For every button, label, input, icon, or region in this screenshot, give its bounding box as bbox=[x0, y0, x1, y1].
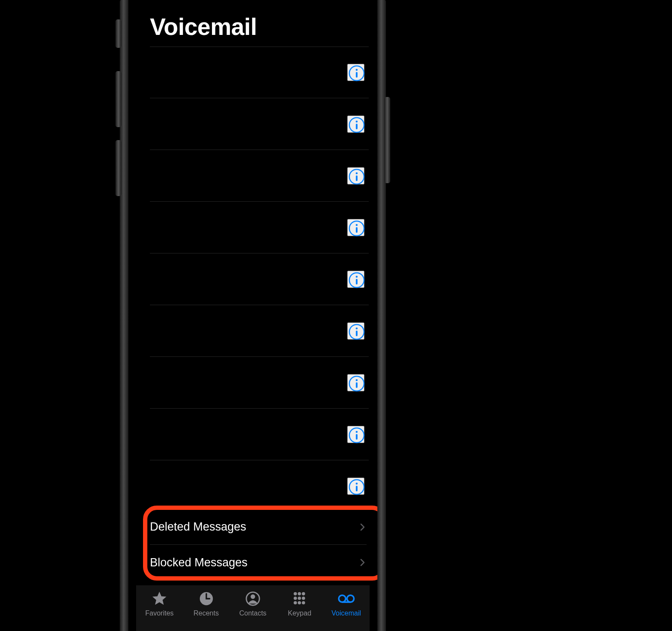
svg-point-31 bbox=[298, 592, 302, 596]
volume-down-button bbox=[115, 140, 121, 196]
svg-point-7 bbox=[356, 172, 358, 174]
svg-rect-14 bbox=[356, 279, 358, 284]
info-button[interactable] bbox=[347, 219, 364, 236]
tab-contacts[interactable]: Contacts bbox=[230, 590, 276, 617]
clock-icon bbox=[198, 590, 215, 607]
svg-rect-2 bbox=[356, 72, 358, 78]
tab-label: Favorites bbox=[145, 609, 174, 617]
page-title: Voicemail bbox=[150, 13, 257, 41]
voicemail-row[interactable] bbox=[150, 98, 369, 150]
svg-rect-26 bbox=[356, 486, 358, 491]
star-icon bbox=[151, 590, 168, 607]
info-button[interactable] bbox=[347, 271, 364, 288]
svg-point-33 bbox=[294, 597, 297, 600]
tab-recents[interactable]: Recents bbox=[183, 590, 229, 617]
svg-point-34 bbox=[298, 597, 302, 600]
phone-frame: Voicemail bbox=[121, 0, 385, 631]
voicemail-row[interactable] bbox=[150, 47, 369, 98]
volume-up-button bbox=[115, 71, 121, 127]
svg-point-30 bbox=[294, 592, 297, 596]
tab-label: Voicemail bbox=[332, 609, 361, 617]
voicemail-list[interactable] bbox=[150, 47, 369, 512]
svg-point-19 bbox=[356, 379, 358, 381]
svg-point-35 bbox=[302, 597, 305, 600]
bezel-right bbox=[377, 0, 386, 631]
side-button bbox=[384, 97, 390, 183]
svg-point-10 bbox=[356, 224, 358, 226]
deleted-messages-label: Deleted Messages bbox=[150, 520, 246, 534]
tab-keypad[interactable]: Keypad bbox=[276, 590, 323, 617]
svg-point-22 bbox=[356, 431, 358, 433]
svg-point-25 bbox=[356, 483, 358, 485]
svg-rect-20 bbox=[356, 382, 358, 388]
info-button[interactable] bbox=[347, 374, 364, 391]
svg-point-1 bbox=[356, 69, 358, 71]
tab-voicemail[interactable]: Voicemail bbox=[323, 590, 370, 617]
svg-point-40 bbox=[347, 595, 354, 602]
tab-label: Contacts bbox=[239, 609, 266, 617]
voicemail-row[interactable] bbox=[150, 409, 369, 460]
tab-bar: Favorites Recents Contacts bbox=[136, 585, 370, 631]
voicemail-row[interactable] bbox=[150, 253, 369, 305]
screen: Voicemail bbox=[128, 0, 377, 631]
svg-point-37 bbox=[298, 601, 302, 605]
svg-point-16 bbox=[356, 327, 358, 329]
svg-rect-8 bbox=[356, 175, 358, 181]
blocked-messages-label: Blocked Messages bbox=[150, 556, 248, 569]
info-button[interactable] bbox=[347, 167, 364, 184]
tab-label: Keypad bbox=[288, 609, 311, 617]
blocked-messages-row[interactable]: Blocked Messages bbox=[150, 545, 367, 580]
chevron-right-icon bbox=[359, 523, 367, 531]
tab-label: Recents bbox=[193, 609, 219, 617]
voicemail-row[interactable] bbox=[150, 357, 369, 409]
chevron-right-icon bbox=[359, 559, 367, 566]
info-button[interactable] bbox=[347, 478, 364, 495]
voicemail-row[interactable] bbox=[150, 202, 369, 253]
svg-point-38 bbox=[302, 601, 305, 605]
voicemail-icon bbox=[338, 590, 355, 607]
voicemail-row[interactable] bbox=[150, 460, 369, 512]
contact-icon bbox=[244, 590, 261, 607]
info-button[interactable] bbox=[347, 116, 364, 133]
svg-rect-23 bbox=[356, 434, 358, 440]
system-rows: Deleted Messages Blocked Messages bbox=[150, 509, 367, 580]
svg-rect-5 bbox=[356, 124, 358, 129]
svg-point-4 bbox=[356, 120, 358, 122]
svg-point-13 bbox=[356, 275, 358, 278]
svg-point-32 bbox=[302, 592, 305, 596]
svg-rect-17 bbox=[356, 331, 358, 336]
deleted-messages-row[interactable]: Deleted Messages bbox=[150, 509, 367, 545]
info-button[interactable] bbox=[347, 64, 364, 81]
keypad-icon bbox=[291, 590, 308, 607]
info-button[interactable] bbox=[347, 322, 364, 340]
info-button[interactable] bbox=[347, 426, 364, 443]
svg-point-36 bbox=[294, 601, 297, 605]
voicemail-row[interactable] bbox=[150, 150, 369, 202]
tab-favorites[interactable]: Favorites bbox=[136, 590, 183, 617]
voicemail-row[interactable] bbox=[150, 305, 369, 357]
svg-rect-11 bbox=[356, 227, 358, 233]
svg-point-39 bbox=[339, 595, 345, 602]
svg-point-29 bbox=[251, 594, 255, 599]
mute-switch bbox=[115, 19, 121, 48]
